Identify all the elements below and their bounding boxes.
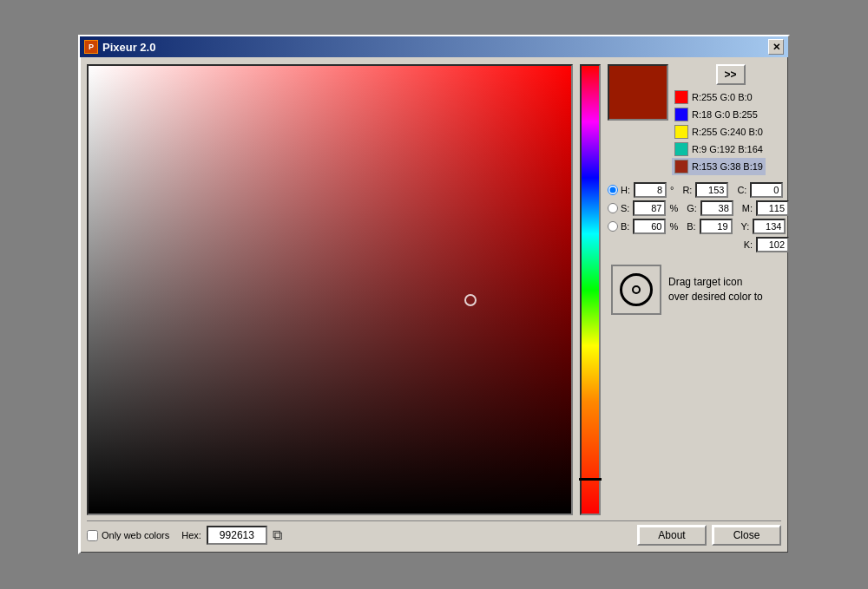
swatch-label: R:153 G:38 B:19 [692, 161, 763, 172]
c-label: C: [737, 185, 746, 195]
c-input[interactable] [750, 182, 783, 198]
swatch-label: R:255 G:0 B:0 [692, 92, 753, 102]
color-gradient [89, 66, 571, 514]
swatch-item[interactable]: R:9 G:192 B:164 [672, 141, 766, 158]
title-bar-left: P Pixeur 2.0 [84, 40, 155, 54]
main-window: P Pixeur 2.0 ✕ >> [78, 35, 790, 554]
b-label: B: [621, 221, 629, 232]
rgb-b-input[interactable] [700, 219, 733, 234]
b-input[interactable] [633, 219, 666, 234]
current-color-display [608, 64, 668, 121]
rgb-b-label: B: [687, 221, 695, 232]
title-bar: P Pixeur 2.0 ✕ [80, 36, 788, 57]
r-input[interactable] [695, 182, 728, 198]
b-radio[interactable] [608, 221, 618, 232]
h-unit: ° [670, 185, 674, 195]
h-radio-label[interactable]: H: [608, 185, 630, 195]
swatch-color-box [674, 90, 688, 104]
s-radio-label[interactable]: S: [608, 203, 629, 213]
y-label: Y: [741, 221, 750, 232]
k-label: K: [744, 239, 753, 250]
close-button[interactable]: Close [712, 525, 781, 546]
m-input[interactable] [756, 200, 789, 216]
h-input[interactable] [634, 182, 667, 198]
crosshair-indicator [464, 294, 477, 306]
web-colors-checkbox[interactable] [87, 530, 98, 541]
drag-target-icon-box[interactable] [611, 265, 661, 315]
swatch-color-box [674, 160, 688, 173]
s-label: S: [621, 203, 629, 213]
values-section: H: ° R: C: S: [608, 182, 789, 252]
window-title: Pixeur 2.0 [102, 41, 155, 54]
g-label: G: [687, 203, 697, 213]
copy-icon[interactable]: ⧉ [273, 527, 282, 543]
hsb-b-row: B: % B: Y: [608, 219, 789, 234]
swatch-label: R:18 G:0 B:255 [692, 109, 758, 120]
main-area: >> R:255 G:0 B:0R:18 G:0 B:255R:255 G:24… [87, 64, 781, 515]
swatch-list: R:255 G:0 B:0R:18 G:0 B:255R:255 G:240 B… [672, 88, 766, 175]
k-row: K: [608, 237, 789, 252]
swatch-label: R:9 G:192 B:164 [692, 144, 763, 154]
swatch-item[interactable]: R:18 G:0 B:255 [672, 106, 766, 123]
window-close-button[interactable]: ✕ [768, 39, 784, 55]
swatch-item[interactable]: R:255 G:240 B:0 [672, 123, 766, 141]
s-radio[interactable] [608, 203, 618, 213]
swatch-label: R:255 G:240 B:0 [692, 127, 763, 137]
about-button[interactable]: About [637, 525, 707, 546]
r-label: R: [682, 185, 692, 195]
b-unit: % [669, 221, 678, 232]
hue-slider[interactable] [580, 64, 601, 515]
h-label: H: [621, 185, 630, 195]
color-swatches-row: >> R:255 G:0 B:0R:18 G:0 B:255R:255 G:24… [608, 64, 789, 175]
hsb-s-row: S: % G: M: [608, 200, 789, 216]
swatch-color-box [674, 108, 688, 121]
b-radio-label[interactable]: B: [608, 221, 629, 232]
swatch-color-box [674, 125, 688, 139]
expand-button[interactable]: >> [716, 64, 746, 85]
drag-icon-dot [632, 285, 641, 294]
right-panel: >> R:255 G:0 B:0R:18 G:0 B:255R:255 G:24… [608, 64, 789, 515]
k-input[interactable] [756, 237, 789, 252]
s-unit: % [669, 203, 678, 213]
hex-label: Hex: [181, 530, 201, 540]
drag-target-icon [620, 273, 653, 306]
hue-marker [579, 478, 602, 481]
web-colors-label[interactable]: Only web colors [87, 530, 169, 541]
h-radio[interactable] [608, 185, 618, 195]
swatch-item[interactable]: R:153 G:38 B:19 [672, 158, 766, 175]
bottom-bar: Only web colors Hex: ⧉ About Close [87, 520, 781, 546]
window-body: >> R:255 G:0 B:0R:18 G:0 B:255R:255 G:24… [80, 57, 788, 553]
web-colors-text: Only web colors [102, 530, 169, 540]
drag-target-text: Drag target iconover desired color to [668, 275, 763, 304]
color-canvas[interactable] [87, 64, 573, 515]
swatch-item[interactable]: R:255 G:0 B:0 [672, 88, 766, 106]
s-input[interactable] [633, 200, 666, 216]
hsb-h-row: H: ° R: C: [608, 182, 789, 198]
y-input[interactable] [753, 219, 786, 234]
m-label: M: [742, 203, 753, 213]
app-icon: P [84, 40, 98, 54]
drag-target-row: Drag target iconover desired color to [608, 261, 789, 318]
swatch-color-box [674, 142, 688, 156]
hex-input[interactable] [207, 526, 267, 545]
g-input[interactable] [700, 200, 733, 216]
